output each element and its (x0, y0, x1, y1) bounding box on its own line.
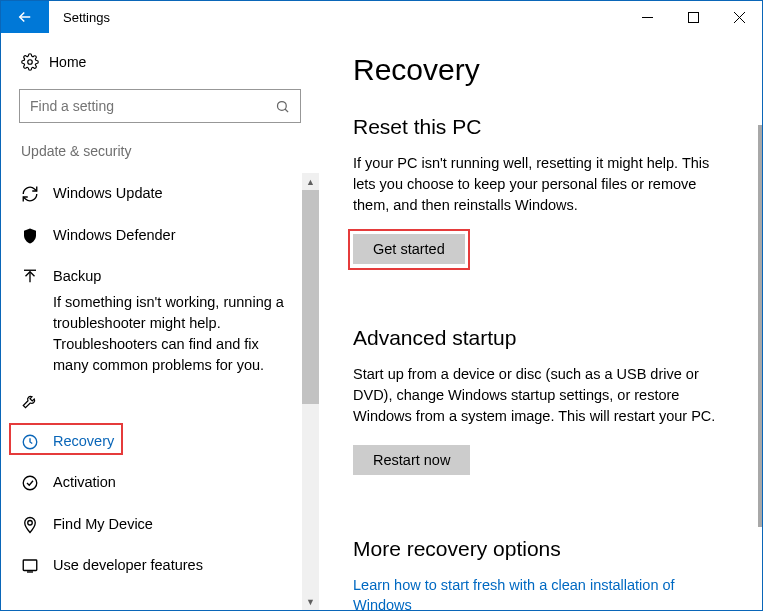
sidebar-item-label: Windows Update (53, 184, 311, 204)
sidebar-item-label: Backup (53, 267, 311, 287)
shield-icon (21, 227, 53, 245)
home-label: Home (49, 54, 86, 70)
main-panel: Recovery Reset this PC If your PC isn't … (319, 33, 762, 610)
close-icon (734, 12, 745, 23)
sidebar-item-find-my-device[interactable]: Find My Device (1, 504, 319, 546)
minimize-button[interactable] (624, 1, 670, 33)
arrow-left-icon (16, 8, 34, 26)
window-controls (624, 1, 762, 33)
svg-point-2 (278, 101, 287, 110)
gear-icon (21, 53, 49, 71)
sidebar-scrollbar[interactable]: ▲ ▼ (302, 173, 319, 610)
scroll-thumb[interactable] (302, 190, 319, 404)
close-button[interactable] (716, 1, 762, 33)
sidebar-item-label: Find My Device (53, 515, 311, 535)
sidebar-item-windows-defender[interactable]: Windows Defender (1, 215, 319, 257)
sidebar-item-backup[interactable]: Backup (1, 256, 319, 298)
section-body-advanced: Start up from a device or disc (such as … (353, 364, 734, 427)
backup-icon (21, 268, 53, 286)
wrench-icon (21, 392, 53, 410)
sidebar-item-label: Windows Defender (53, 226, 311, 246)
developer-icon (21, 557, 53, 575)
svg-rect-0 (688, 12, 698, 22)
get-started-button[interactable]: Get started (353, 234, 465, 264)
maximize-icon (688, 12, 699, 23)
history-icon (21, 433, 53, 451)
nav-list: Windows Update Windows Defender Backup I… (1, 173, 319, 610)
sidebar-item-label: Activation (53, 473, 311, 493)
search-input[interactable]: Find a setting (19, 89, 301, 123)
sidebar-item-activation[interactable]: Activation (1, 462, 319, 504)
sidebar: Home Find a setting Update & security Wi… (1, 33, 319, 610)
page-header: Recovery (353, 53, 734, 87)
sync-icon (21, 185, 53, 203)
svg-point-1 (28, 60, 33, 65)
category-label: Update & security (1, 143, 319, 173)
section-title-more: More recovery options (353, 537, 734, 561)
home-button[interactable]: Home (1, 53, 319, 89)
main-scroll-thumb[interactable] (758, 125, 762, 527)
sidebar-item-troubleshoot[interactable] (1, 380, 319, 421)
maximize-button[interactable] (670, 1, 716, 33)
main-scrollbar[interactable] (758, 125, 762, 592)
svg-point-5 (28, 520, 33, 525)
location-icon (21, 516, 53, 534)
svg-point-4 (23, 477, 37, 491)
sidebar-item-label: Use developer features (53, 556, 311, 576)
restart-now-button[interactable]: Restart now (353, 445, 470, 475)
scroll-up-arrow-icon[interactable]: ▲ (302, 173, 319, 190)
search-icon (275, 99, 290, 114)
section-title-reset: Reset this PC (353, 115, 734, 139)
sidebar-item-label: Recovery (53, 432, 311, 452)
fresh-start-link[interactable]: Learn how to start fresh with a clean in… (353, 575, 734, 610)
search-placeholder: Find a setting (30, 98, 275, 114)
scroll-down-arrow-icon[interactable]: ▼ (302, 593, 319, 610)
back-button[interactable] (1, 1, 49, 33)
minimize-icon (642, 12, 653, 23)
sidebar-item-developer[interactable]: Use developer features (1, 545, 319, 587)
settings-window: Settings Home (0, 0, 763, 611)
section-body-reset: If your PC isn't running well, resetting… (353, 153, 734, 216)
sidebar-item-recovery[interactable]: Recovery (1, 421, 319, 463)
window-body: Home Find a setting Update & security Wi… (1, 33, 762, 610)
troubleshooter-help-text: If something isn't working, running a tr… (1, 292, 319, 388)
sidebar-item-windows-update[interactable]: Windows Update (1, 173, 319, 215)
check-circle-icon (21, 474, 53, 492)
scroll-track[interactable] (302, 190, 319, 593)
section-title-advanced: Advanced startup (353, 326, 734, 350)
titlebar: Settings (1, 1, 762, 33)
window-title: Settings (49, 10, 110, 25)
svg-rect-6 (23, 560, 37, 571)
